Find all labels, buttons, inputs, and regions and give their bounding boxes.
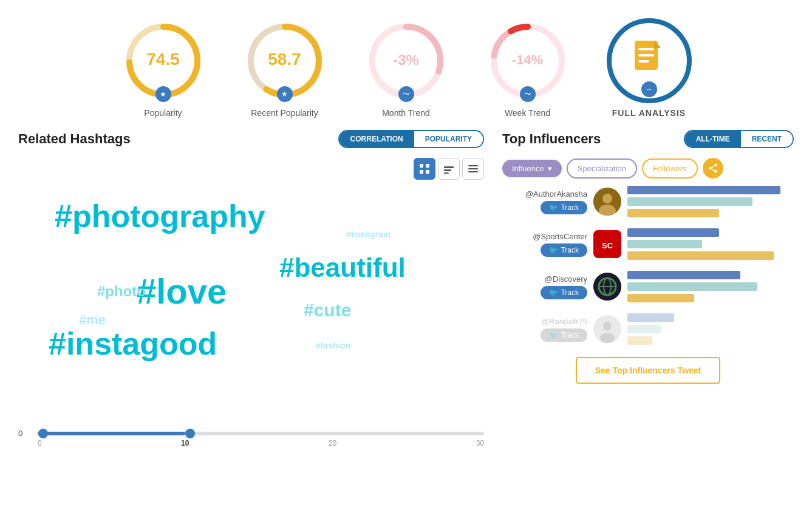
hashtags-tab-group: CORRELATION POPULARITY: [338, 130, 484, 148]
bar-blue-3: [627, 271, 740, 279]
avatar-authorakansha: [593, 188, 621, 216]
bar-yellow-3: [627, 294, 694, 302]
slider-tick-20: 20: [329, 439, 336, 447]
influencer-name-authorakansha: @AuthorAkansha: [525, 189, 587, 199]
influencer-info-randallr75: @Randallr75 🐦 Track: [502, 317, 587, 342]
word-photo[interactable]: #photo: [97, 283, 146, 300]
tab-recent[interactable]: RECENT: [741, 131, 793, 147]
svg-rect-13: [420, 164, 423, 168]
svg-rect-12: [638, 60, 649, 63]
slider-tick-10: 10: [181, 439, 189, 447]
bar-yellow-4: [627, 336, 652, 345]
hashtags-section-header: Related Hashtags CORRELATION POPULARITY: [18, 130, 484, 148]
svg-rect-22: [468, 171, 478, 172]
bar-yellow-2: [627, 251, 774, 260]
full-analysis-circle[interactable]: →: [607, 18, 692, 103]
influencer-info-sportscenter: @SportsCenter 🐦 Track: [502, 232, 587, 257]
word-cute[interactable]: #cute: [304, 300, 351, 321]
svg-rect-20: [468, 165, 478, 166]
tab-correlation[interactable]: CORRELATION: [339, 131, 414, 147]
view-grid-btn[interactable]: [414, 158, 435, 180]
svg-point-24: [709, 167, 712, 170]
word-instagood[interactable]: #instagood: [49, 325, 217, 362]
track-label-4: Track: [561, 331, 579, 339]
view-bar-btn[interactable]: [438, 158, 460, 180]
influencer-row-sportscenter: @SportsCenter 🐦 Track SC: [502, 228, 794, 260]
metric-full-analysis[interactable]: → FULL ANALYSIS: [607, 18, 692, 118]
specialization-filter-btn[interactable]: Specialization: [567, 158, 637, 179]
word-me[interactable]: #me: [79, 312, 106, 328]
svg-rect-16: [426, 170, 429, 174]
bars-sportscenter: [627, 228, 794, 260]
svg-rect-21: [468, 168, 478, 169]
bar-teal-2: [627, 240, 702, 248]
influencer-name-sportscenter: @SportsCenter: [533, 232, 587, 241]
document-icon: [632, 39, 666, 83]
influencer-info-discovery: @Discovery 🐦 Track: [502, 274, 587, 299]
recent-popularity-value: 58.7: [268, 50, 301, 69]
svg-point-38: [603, 322, 612, 330]
influencer-info-authorakansha: @AuthorAkansha 🐦 Track: [502, 189, 587, 214]
metric-week-trend: -14% 〜 Week Trend: [485, 18, 570, 118]
slider-fill: [38, 432, 185, 435]
followers-label: Followers: [653, 164, 687, 173]
followers-filter-btn[interactable]: Followers: [642, 158, 698, 179]
word-beautiful[interactable]: #beautiful: [279, 253, 406, 283]
metric-month-trend: -3% 〜 Month Trend: [364, 18, 449, 118]
track-btn-discovery[interactable]: 🐦 Track: [541, 286, 587, 299]
slider-ticks: 0 10 20 30: [38, 439, 484, 447]
tab-alltime[interactable]: ALL-TIME: [685, 131, 741, 147]
word-tweegram[interactable]: #tweegram: [346, 230, 391, 239]
bars-randallr75: [627, 313, 794, 345]
track-label-3: Track: [561, 288, 579, 297]
slider-thumb-1[interactable]: [38, 429, 48, 438]
share-btn[interactable]: [703, 158, 723, 179]
influencer-row-authorakansha: @AuthorAkansha 🐦 Track: [502, 186, 794, 217]
track-btn-authorakansha[interactable]: 🐦 Track: [541, 201, 587, 214]
month-trend-value: -3%: [393, 52, 419, 69]
svg-point-23: [714, 164, 717, 167]
bar-teal-1: [627, 197, 752, 206]
gauge-week-trend: -14% 〜: [485, 18, 570, 103]
gauge-month-trend: -3% 〜: [364, 18, 449, 103]
recent-popularity-icon: ★: [277, 86, 293, 102]
popularity-icon: ★: [155, 86, 171, 102]
popularity-value: 74.5: [146, 50, 180, 69]
gauge-popularity: 74.5 ★: [121, 18, 206, 103]
week-trend-value: -14%: [512, 52, 543, 68]
slider-tick-30: 30: [476, 439, 484, 447]
bar-blue-1: [627, 186, 780, 194]
metric-popularity: 74.5 ★ Popularity: [121, 18, 206, 118]
bar-teal-3: [627, 282, 757, 291]
hashtags-title: Related Hashtags: [18, 131, 131, 147]
word-fashion[interactable]: #fashion: [316, 341, 351, 350]
see-more-btn[interactable]: See Top Influencers Tweet: [576, 357, 721, 384]
main-content: Related Hashtags CORRELATION POPULARITY …: [0, 130, 812, 444]
influencer-name-discovery: @Discovery: [545, 274, 587, 284]
track-btn-sportscenter[interactable]: 🐦 Track: [541, 243, 587, 257]
view-toggle: [18, 158, 484, 180]
slider-tick-0: 0: [38, 439, 42, 447]
bars-discovery: [627, 271, 794, 302]
full-analysis-arrow-icon: →: [641, 81, 657, 97]
word-cloud: #photography #love #beautiful #instagood…: [18, 186, 484, 417]
twitter-icon-3: 🐦: [549, 288, 558, 297]
word-photography[interactable]: #photography: [55, 198, 265, 234]
bar-teal-4: [627, 325, 661, 333]
influencers-header: Top Influencers ALL-TIME RECENT: [502, 130, 794, 148]
popularity-label: Popularity: [144, 108, 182, 118]
tab-popularity[interactable]: POPULARITY: [414, 131, 483, 147]
month-trend-label: Month Trend: [382, 108, 430, 118]
influence-filter-btn[interactable]: Influence ▾: [502, 160, 562, 177]
avatar-discovery: [593, 273, 621, 301]
slider-thumb-2[interactable]: [185, 429, 195, 438]
bar-blue-2: [627, 228, 719, 237]
svg-rect-19: [444, 172, 449, 174]
influencer-row-discovery: @Discovery 🐦 Track: [502, 271, 794, 302]
bar-blue-4: [627, 313, 674, 322]
track-btn-randallr75[interactable]: 🐦 Track: [541, 328, 587, 342]
svg-line-26: [711, 169, 714, 171]
track-label-2: Track: [561, 246, 579, 254]
word-love[interactable]: #love: [137, 271, 227, 311]
view-list-btn[interactable]: [462, 158, 484, 180]
